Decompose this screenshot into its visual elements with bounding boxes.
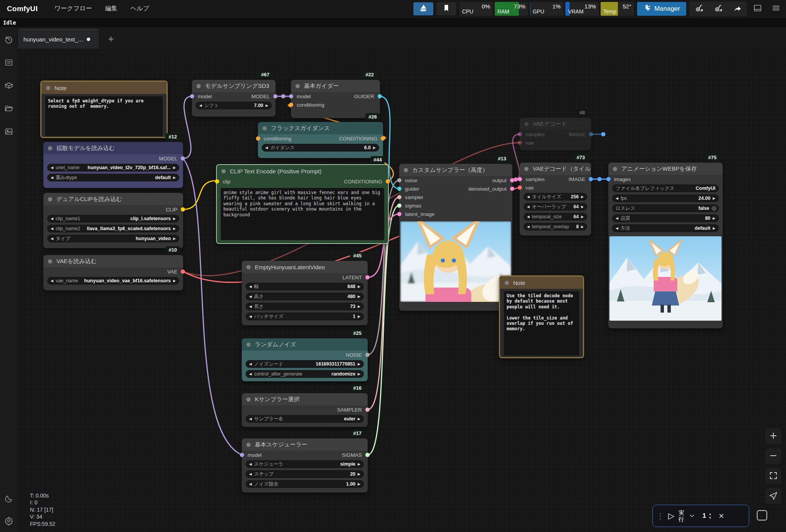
node-titlebar[interactable]: 基本ガイダー [291,80,380,92]
new-workflow-tab-button[interactable]: + [105,33,117,44]
widget-increment-icon[interactable]: ▶ [173,279,176,283]
input-slot-sampler[interactable] [397,195,401,199]
menu-help[interactable]: ヘルプ [130,5,149,13]
widget-decrement-icon[interactable]: ◀ [527,195,530,199]
widget-品質[interactable]: ◀品質80▶ [612,214,719,222]
widget-decrement-icon[interactable]: ◀ [527,205,530,209]
output-slot-LATENT[interactable] [365,275,370,280]
output-slot-MODEL[interactable] [273,94,277,99]
node-titlebar[interactable]: VAEを読み込む [43,255,183,267]
output-slot-MODEL[interactable] [181,156,185,161]
collapse-dot-icon[interactable] [263,126,267,130]
widget-decrement-icon[interactable]: ◀ [51,166,53,170]
output-slot-NOISE[interactable] [365,353,370,357]
output-slot-IMAGE[interactable] [589,132,593,137]
widget-スケジューラ[interactable]: ◀スケジューラsimple▶ [246,460,364,468]
widget-decrement-icon[interactable]: ◀ [527,225,530,229]
widget-temporal_overlap[interactable]: ◀temporal_overlap8▶ [523,223,587,231]
input-slot-samples[interactable] [518,177,522,181]
drag-handle-icon[interactable]: ⋮ [657,512,664,520]
widget-decrement-icon[interactable]: ◀ [249,305,252,308]
widget-decrement-icon[interactable]: ◀ [51,176,53,180]
node-random-noise[interactable]: #25ランダムノイズNOISE◀ノイズシード161693311770851▶◀c… [242,338,368,381]
node-library-icon[interactable] [3,80,15,91]
node-titlebar[interactable]: デュアルCLIPを読み込む [43,193,183,205]
widget-decrement-icon[interactable]: ◀ [51,227,53,231]
collapse-dot-icon[interactable] [613,167,617,171]
widget-increment-icon[interactable]: ▶ [581,195,584,199]
widget-increment-icon[interactable]: ▶ [358,295,360,298]
collapse-dot-icon[interactable] [48,259,52,264]
widget-increment-icon[interactable]: ▶ [713,226,715,230]
menu-edit[interactable]: 編集 [105,5,117,13]
node-empty-hunyuan-latent-video[interactable]: #45EmptyHunyuanLatentVideoLATENT◀幅848▶◀高… [242,261,368,325]
collapse-dot-icon[interactable] [246,397,251,402]
node-titlebar[interactable]: Note [41,82,167,94]
select-mode-button[interactable] [765,488,781,504]
collapse-dot-icon[interactable] [246,265,251,269]
menu-workflow[interactable]: ワークフロー [54,5,92,13]
widget-decrement-icon[interactable]: ◀ [249,472,252,476]
output-slot-denoised_output[interactable] [510,187,514,191]
widget-decrement-icon[interactable]: ◀ [249,362,252,366]
widget-increment-icon[interactable]: ▶ [173,217,176,221]
output-slot-IMAGE[interactable] [589,177,593,181]
collapse-dot-icon[interactable] [196,84,201,88]
workflow-tab-active[interactable]: hunyuan_video_text_... [18,29,99,49]
widget-decrement-icon[interactable]: ◀ [51,237,53,240]
widget-方法[interactable]: ◀方法default▶ [612,224,719,232]
node-basic-scheduler[interactable]: #17基本スケジューラーmodelSIGMAS◀スケジューラsimple▶◀ステ… [242,438,368,492]
collapse-dot-icon[interactable] [46,86,50,90]
node-titlebar[interactable]: EmptyHunyuanLatentVideo [242,261,368,273]
widget-increment-icon[interactable]: ▶ [266,104,268,107]
widget-increment-icon[interactable]: ▶ [581,225,584,229]
input-slot-images[interactable] [606,177,611,181]
stop-button[interactable] [757,510,767,520]
zoom-in-button[interactable] [765,428,781,444]
input-slot-guider[interactable] [397,187,401,191]
widget-重みdtype[interactable]: ◀重みdtypedefault▶ [47,174,179,181]
widget-increment-icon[interactable]: ▶ [358,315,360,318]
widget-clip_name2[interactable]: ◀clip_name2llava_llama3_fp8_scaled.safet… [47,225,179,232]
node-titlebar[interactable]: アニメーションWEBPを保存 [608,163,723,175]
node-vae-decode-tiled[interactable]: #73VAEデコード（タイル）samplesIMAGEvae◀タイルサイズ256… [520,163,591,236]
output-slot-SIGMAS[interactable] [365,453,370,457]
text-widget[interactable]: Use the tiled decode node by default bec… [504,291,579,356]
free-memory-button[interactable] [709,2,727,15]
input-slot-model[interactable] [190,94,194,99]
collapse-dot-icon[interactable] [505,281,509,285]
widget-decrement-icon[interactable]: ◀ [249,315,252,318]
share-button[interactable] [728,2,746,15]
widget-temporal_size[interactable]: ◀temporal_size64▶ [523,213,587,221]
widget-increment-icon[interactable]: ▶ [358,417,360,421]
output-slot-CLIP[interactable] [181,208,185,212]
output-slot-SAMPLER[interactable] [365,408,370,412]
bottom-panel-toggle[interactable] [750,2,765,15]
input-slot-noise[interactable] [397,178,401,183]
templates-icon[interactable] [3,126,15,137]
widget-ファイル名プレフィックス[interactable]: ファイル名プレフィックスComfyUI [612,184,719,192]
node-basic-guider[interactable]: #22基本ガイダーmodelGUIDERconditioning [291,80,380,118]
widget-increment-icon[interactable]: ▶ [358,305,360,308]
collapse-dot-icon[interactable] [524,167,528,171]
widget-increment-icon[interactable]: ▶ [358,472,360,476]
node-load-diffusion-model[interactable]: #12拡散モデルを読み込むMODEL◀unet_namehunyuan_vide… [43,142,183,188]
widget-バッチサイズ[interactable]: ◀バッチサイズ1▶ [246,313,364,320]
widget-increment-icon[interactable]: ▶ [358,285,360,288]
widget-decrement-icon[interactable]: ◀ [249,285,252,288]
text-widget[interactable]: Select a fp8 weight_dtype if you are run… [45,96,163,136]
widget-ガイダンス[interactable]: ◀ガイダンス6.0▶ [262,144,379,152]
widget-高さ[interactable]: ◀高さ480▶ [246,293,364,300]
widget-increment-icon[interactable]: ▶ [358,482,360,486]
node-titlebar[interactable]: カスタムサンプラー（高度） [399,164,512,176]
widget-ステップ[interactable]: ◀ステップ20▶ [246,470,364,478]
output-slot-GUIDER[interactable] [378,94,382,99]
widget-decrement-icon[interactable]: ◀ [249,295,252,298]
widget-increment-icon[interactable]: ▶ [358,362,360,366]
theme-toggle-icon[interactable] [3,493,15,504]
node-titlebar[interactable]: フラックスガイダンス [258,122,383,134]
comfy-templates-button[interactable] [413,2,433,15]
widget-タイプ[interactable]: ◀タイプhunyuan_video▶ [47,235,179,242]
run-button[interactable]: ▷ 実行 [668,509,685,523]
workflow-history-icon[interactable] [3,34,15,45]
